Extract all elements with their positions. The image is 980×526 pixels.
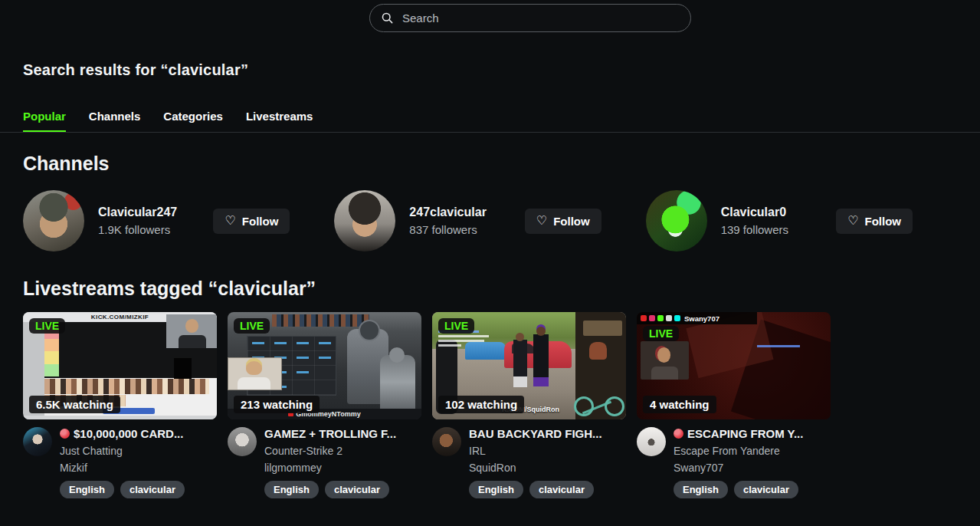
top-bar: [0, 0, 980, 35]
heart-icon: ♡: [536, 215, 547, 227]
channel-info: Clavicular0 139 followers: [721, 205, 788, 236]
thumbnail-art: [380, 355, 415, 415]
avatar[interactable]: [637, 427, 666, 456]
stream-category[interactable]: Escape From Yandere: [674, 445, 803, 457]
avatar[interactable]: [646, 190, 707, 251]
stream-title[interactable]: $10,000,000 CARD...: [60, 427, 185, 440]
stream-thumbnail[interactable]: K.COM/SquidRon LIVE 102 watching: [432, 312, 626, 419]
streamer-name[interactable]: SquidRon: [469, 462, 602, 474]
channel-followers: 139 followers: [721, 223, 788, 236]
thumbnail-overlay-text: Swany707: [684, 314, 719, 323]
stream-tags: English clavicular: [469, 481, 602, 498]
stream-thumbnail[interactable]: Swany707 LIVE 4 watching: [637, 312, 831, 419]
heart-icon: ♡: [847, 215, 858, 227]
streamer-name[interactable]: lilgmommey: [264, 462, 396, 474]
streamer-name[interactable]: Swany707: [674, 462, 803, 474]
avatar[interactable]: [432, 427, 461, 456]
tag-english[interactable]: English: [60, 481, 114, 498]
tag-english[interactable]: English: [674, 481, 728, 498]
stream-title[interactable]: ESCAPING FROM Y...: [674, 427, 803, 440]
stream-text: ESCAPING FROM Y... Escape From Yandere S…: [674, 427, 803, 498]
red-circle-icon: [60, 429, 70, 439]
stream-tags: English clavicular: [264, 481, 396, 498]
follow-label: Follow: [242, 215, 279, 228]
stream-category[interactable]: IRL: [469, 445, 602, 457]
stream-text: BAU BACKYARD FIGH... IRL SquidRon Englis…: [469, 427, 602, 498]
social-bar-overlay: Swany707: [637, 312, 757, 324]
webcam-overlay: [228, 357, 282, 390]
avatar[interactable]: [23, 427, 52, 456]
stream-title-text: ESCAPING FROM Y...: [687, 427, 803, 440]
stream-info: BAU BACKYARD FIGH... IRL SquidRon Englis…: [432, 427, 626, 498]
channel-followers: 837 followers: [409, 223, 487, 236]
red-circle-icon: [674, 429, 683, 439]
tag-english[interactable]: English: [469, 481, 523, 498]
follow-label: Follow: [553, 215, 590, 228]
main-content: Search results for “clavicular” Popular …: [0, 61, 980, 498]
search-box: [369, 4, 691, 32]
thumbnail-art: [44, 379, 209, 394]
follow-label: Follow: [865, 215, 902, 228]
page-title: Search results for “clavicular”: [23, 61, 957, 79]
channel-info: 247clavicular 837 followers: [409, 205, 487, 236]
channel-result-247clavicular[interactable]: 247clavicular 837 followers ♡ Follow: [334, 190, 645, 251]
tag-clavicular[interactable]: clavicular: [734, 481, 798, 498]
viewer-count-badge: 6.5K watching: [29, 396, 120, 413]
channel-name: 247clavicular: [409, 205, 487, 219]
stream-card-mizkif: KICK.COM/MIZKIF LIVE 6.5K watching: [23, 312, 217, 498]
stream-title-text: $10,000,000 CARD...: [74, 427, 183, 440]
stream-card-lilgmommey: GmommeyNTommy LIVE 213 watching GAMEZ + …: [228, 312, 421, 498]
thumbnail-art: [757, 345, 800, 347]
channel-result-clavicular0[interactable]: Clavicular0 139 followers ♡ Follow: [646, 190, 957, 251]
avatar[interactable]: [334, 190, 395, 251]
instagram-icon: [649, 315, 655, 321]
tiktok-icon: [674, 315, 680, 321]
search-icon: [381, 12, 394, 25]
thumbnail-art: [513, 340, 527, 376]
streamer-name[interactable]: Mizkif: [60, 462, 185, 474]
stream-category[interactable]: Counter-Strike 2: [264, 445, 396, 457]
stream-title-text: BAU BACKYARD FIGH...: [469, 427, 602, 440]
live-badge: LIVE: [438, 318, 474, 334]
tab-livestreams[interactable]: Livestreams: [246, 110, 313, 132]
stream-thumbnail[interactable]: KICK.COM/MIZKIF LIVE 6.5K watching: [23, 312, 217, 419]
stream-tags: English clavicular: [60, 481, 185, 498]
stream-title[interactable]: GAMEZ + TROLLING F...: [264, 427, 396, 440]
viewer-count-badge: 102 watching: [438, 396, 524, 413]
avatar[interactable]: [228, 427, 257, 456]
stream-thumbnail[interactable]: GmommeyNTommy LIVE 213 watching: [228, 312, 421, 419]
channel-info: Clavicular247 1.9K followers: [98, 205, 177, 236]
follow-button[interactable]: ♡ Follow: [213, 209, 290, 234]
search-tabs: Popular Channels Categories Livestreams: [0, 110, 980, 133]
thumbnail-art: [272, 314, 369, 327]
channel-name: Clavicular0: [721, 205, 788, 219]
viewer-count-badge: 213 watching: [234, 396, 320, 413]
thumbnail-art: [583, 321, 622, 336]
live-badge: LIVE: [643, 326, 679, 341]
avatar[interactable]: [23, 190, 84, 251]
channel-name: Clavicular247: [98, 205, 177, 219]
livestreams-heading: Livestreams tagged “clavicular”: [23, 278, 957, 300]
thumbnail-art: [533, 334, 549, 377]
tab-channels[interactable]: Channels: [89, 110, 141, 132]
channels-heading: Channels: [23, 153, 957, 175]
stream-title[interactable]: BAU BACKYARD FIGH...: [469, 427, 602, 440]
stream-card-squidron: K.COM/SquidRon LIVE 102 watching BAU BAC…: [432, 312, 626, 498]
tag-clavicular[interactable]: clavicular: [325, 481, 389, 498]
tab-popular[interactable]: Popular: [23, 110, 66, 132]
live-badge: LIVE: [234, 318, 270, 334]
follow-button[interactable]: ♡ Follow: [836, 209, 913, 234]
stream-info: ESCAPING FROM Y... Escape From Yandere S…: [637, 427, 831, 498]
stream-tags: English clavicular: [674, 481, 803, 498]
youtube-icon: [641, 315, 647, 321]
tag-english[interactable]: English: [264, 481, 319, 498]
follow-button[interactable]: ♡ Follow: [525, 209, 601, 234]
search-input[interactable]: [369, 4, 691, 32]
stream-category[interactable]: Just Chatting: [60, 445, 185, 457]
tag-clavicular[interactable]: clavicular: [120, 481, 185, 498]
streams-grid: KICK.COM/MIZKIF LIVE 6.5K watching: [23, 312, 957, 498]
tag-clavicular[interactable]: clavicular: [529, 481, 594, 498]
thumbnail-art: [589, 342, 607, 359]
channel-result-clavicular247[interactable]: Clavicular247 1.9K followers ♡ Follow: [23, 190, 334, 251]
tab-categories[interactable]: Categories: [163, 110, 223, 132]
